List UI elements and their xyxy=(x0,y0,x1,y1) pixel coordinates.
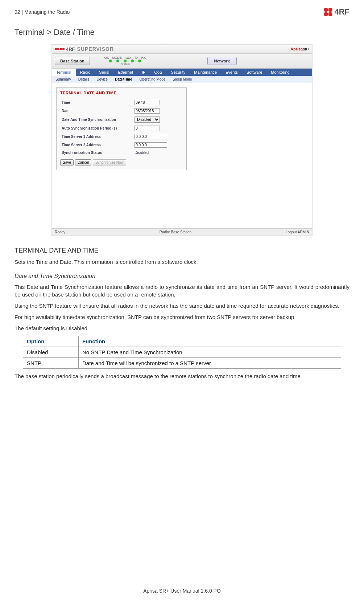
app-titlebar: 4RF SUPERVISOR AprisaSR+ xyxy=(52,45,312,54)
page-footer: Aprisa SR+ User Manual 1.6.0 PO xyxy=(0,588,364,594)
table-cell: Disabled xyxy=(23,347,79,358)
base-station-button[interactable]: Base Station xyxy=(55,57,90,65)
panel-area: TERMINAL DATE AND TIME Time Date Date An… xyxy=(52,83,312,228)
sub-nav: Summary Details Device Date/Time Operati… xyxy=(52,76,312,83)
paragraph: The default setting is Disabled. xyxy=(15,324,349,332)
table-cell: SNTP xyxy=(23,358,79,369)
syncnow-button[interactable]: Synchronize Now xyxy=(93,159,126,165)
table-cell: No SNTP Date and Time Synchronization xyxy=(78,347,341,358)
datetime-panel: TERMINAL DATE AND TIME Time Date Date An… xyxy=(56,87,187,170)
led-icon xyxy=(131,60,134,62)
subnav-summary[interactable]: Summary xyxy=(52,76,75,83)
subnav-datetime[interactable]: Date/Time xyxy=(111,76,136,83)
supervisor-label: SUPERVISOR xyxy=(77,46,114,52)
nav-qos[interactable]: QoS xyxy=(150,69,166,76)
logo-text: 4RF xyxy=(334,7,349,17)
main-nav: Terminal Radio Serial Ethernet IP QoS Se… xyxy=(52,69,312,76)
led-icon xyxy=(138,60,141,62)
app-screenshot: 4RF SUPERVISOR AprisaSR+ Base Station OK… xyxy=(51,44,313,236)
led-label: TX xyxy=(134,56,138,60)
date-input[interactable] xyxy=(135,108,160,114)
network-button[interactable]: Network xyxy=(207,57,237,65)
paragraph: The base station periodically sends a br… xyxy=(15,372,349,380)
field-label: Time xyxy=(61,99,133,106)
page-info: 92 | Managing the Radio xyxy=(15,9,70,15)
table-row: SNTP Date and Time will be synchronized … xyxy=(23,358,341,369)
server1-input[interactable] xyxy=(135,134,167,139)
subsection-italic: Date and Time Synchronization xyxy=(15,273,349,279)
field-row: Date And Time SynchronizationDisabled xyxy=(61,115,182,124)
paragraph: Using the SNTP feature will ensure that … xyxy=(15,302,349,310)
subnav-sleepmode[interactable]: Sleep Mode xyxy=(169,76,195,83)
cancel-button[interactable]: Cancel xyxy=(75,159,91,165)
field-row: Date xyxy=(61,107,182,115)
subsection-heading: TERMINAL DATE AND TIME xyxy=(15,247,349,254)
mini-logo-icon xyxy=(55,48,65,50)
led-label: MODE xyxy=(112,56,122,60)
nav-security[interactable]: Security xyxy=(166,69,190,76)
nav-events[interactable]: Events xyxy=(221,69,242,76)
paragraph: Sets the Time and Date. This information… xyxy=(15,258,349,266)
nav-software[interactable]: Software xyxy=(242,69,266,76)
sync-status-value: Disabled xyxy=(134,150,182,156)
subnav-opmode[interactable]: Operating Mode xyxy=(136,76,169,83)
field-label: Time Server 2 Address xyxy=(61,141,133,149)
nav-ethernet[interactable]: Ethernet xyxy=(113,69,137,76)
paragraph: For high availability time/date synchron… xyxy=(15,313,349,321)
status-row: Base Station OK MODE AUX TX RX Status Ne… xyxy=(52,54,312,69)
panel-title: TERMINAL DATE AND TIME xyxy=(60,91,183,95)
period-input[interactable] xyxy=(135,126,160,131)
field-row: Time xyxy=(61,99,182,106)
table-header: Option xyxy=(23,336,79,347)
field-label: Date xyxy=(61,107,133,115)
nav-radio[interactable]: Radio xyxy=(76,69,95,76)
field-row: Synchronization StatusDisabled xyxy=(61,150,182,156)
table-cell: Date and Time will be synchronized to a … xyxy=(78,358,341,369)
options-table: Option Function Disabled No SNTP Date an… xyxy=(23,336,341,369)
field-label: Auto Synchronization Period (s) xyxy=(61,124,133,132)
brand-logo: 4RF xyxy=(324,7,349,17)
nav-ip[interactable]: IP xyxy=(137,69,150,76)
page-header: 92 | Managing the Radio 4RF xyxy=(15,7,349,17)
subnav-details[interactable]: Details xyxy=(75,76,93,83)
paragraph: This Date and Time Synchronization featu… xyxy=(15,283,349,298)
led-panel: OK MODE AUX TX RX Status xyxy=(104,56,146,66)
time-input[interactable] xyxy=(135,100,160,105)
logo-dots-icon xyxy=(324,8,332,16)
led-icon xyxy=(109,60,112,62)
sync-select[interactable]: Disabled xyxy=(135,116,160,123)
table-row: Disabled No SNTP Date and Time Synchroni… xyxy=(23,347,341,358)
server2-input[interactable] xyxy=(135,142,167,148)
nav-monitoring[interactable]: Monitoring xyxy=(266,69,294,76)
led-icon xyxy=(116,60,119,62)
field-label: Synchronization Status xyxy=(61,150,133,156)
nav-terminal[interactable]: Terminal xyxy=(52,69,76,76)
field-label: Date And Time Synchronization xyxy=(61,115,133,124)
led-label: OK xyxy=(104,56,109,60)
app-footer: Ready Radio: Base Station Logout ADMIN xyxy=(52,228,312,236)
subnav-device[interactable]: Device xyxy=(93,76,111,83)
logout-link[interactable]: Logout ADMIN xyxy=(286,230,309,234)
table-header: Function xyxy=(78,336,341,347)
field-row: Time Server 2 Address xyxy=(61,141,182,149)
footer-ready: Ready xyxy=(55,230,65,234)
save-button[interactable]: Save xyxy=(60,159,74,165)
section-title: Terminal > Date / Time xyxy=(15,28,349,37)
led-icon xyxy=(124,60,127,62)
field-row: Time Server 1 Address xyxy=(61,133,182,140)
led-label: RX xyxy=(141,56,146,60)
status-text: Status xyxy=(120,62,130,66)
field-row: Auto Synchronization Period (s) xyxy=(61,124,182,132)
nav-maintenance[interactable]: Maintenance xyxy=(190,69,221,76)
led-label: AUX xyxy=(125,56,132,60)
footer-radio: Radio: Base Station xyxy=(160,230,191,234)
nav-serial[interactable]: Serial xyxy=(95,69,113,76)
aprisa-logo: AprisaSR+ xyxy=(290,47,309,51)
field-label: Time Server 1 Address xyxy=(61,133,133,140)
